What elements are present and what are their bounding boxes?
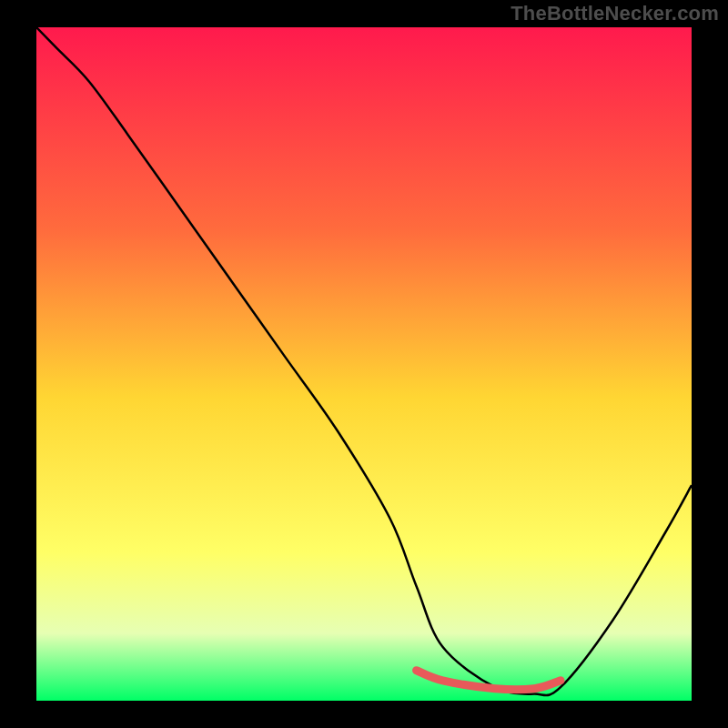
watermark-text: TheBottleNecker.com bbox=[511, 2, 719, 25]
chart-frame: TheBottleNecker.com bbox=[0, 0, 728, 728]
gradient-background bbox=[36, 27, 692, 701]
plot-area bbox=[36, 27, 692, 701]
chart-svg bbox=[36, 27, 692, 701]
